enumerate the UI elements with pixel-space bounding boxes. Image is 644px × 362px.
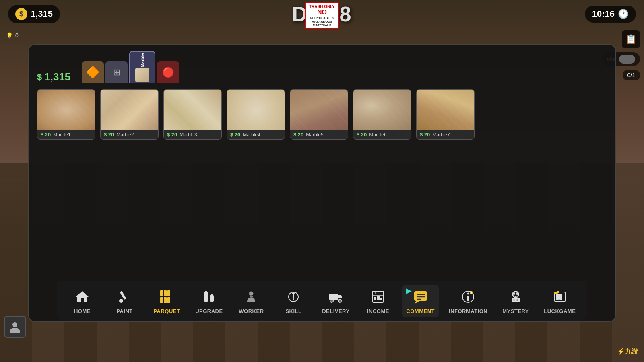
nav-skill-label: SKILL (285, 308, 301, 314)
marble-name-4: Marble4 (243, 132, 260, 138)
bottom-nav: HOME PAINT PAR (57, 281, 587, 321)
svg-point-43 (513, 299, 515, 301)
nav-paint-label: PAINT (116, 308, 133, 314)
nav-comment-label: COMMENT (406, 308, 435, 314)
marble-preview-7 (417, 90, 475, 130)
nav-income[interactable]: $ INCOME (360, 285, 396, 317)
hint-count: 0 (15, 32, 19, 39)
marble-price-5: $ 20 (293, 132, 303, 138)
marble-item-3[interactable]: $ 20 Marble3 (163, 89, 222, 140)
nav-luckgame[interactable]: LUCKGAME (540, 285, 580, 317)
nav-parquet-label: PARQUET (153, 308, 180, 314)
nav-income-label: INCOME (367, 308, 389, 314)
nav-mystery[interactable]: MYSTERY (497, 285, 534, 317)
marble-item-1[interactable]: $ 20 Marble1 (37, 89, 95, 140)
notes-icon[interactable]: 📋 (622, 30, 640, 48)
svg-point-2 (119, 299, 123, 303)
marble-item-2[interactable]: $ 20 Marble2 (100, 89, 159, 140)
svg-rect-26 (380, 298, 382, 300)
tablet-money-value: 1,315 (44, 71, 70, 83)
marble-name-6: Marble6 (369, 132, 386, 138)
trash-sign-no: NO (309, 9, 335, 16)
nav-parquet[interactable]: PARQUET (149, 285, 185, 317)
toggle-switch[interactable] (619, 55, 635, 64)
svg-marker-12 (210, 294, 214, 296)
svg-rect-24 (374, 297, 376, 300)
trash-sign: TRASH ONLY NO RECYCLABLESHAZARDOUSMATERI… (305, 2, 339, 29)
marble-price-row-2: $ 20 Marble2 (101, 130, 158, 139)
marble-price-2: $ 20 (104, 132, 114, 138)
nav-upgrade[interactable]: UPGRADE (191, 285, 227, 317)
nav-delivery-label: DELIVERY (322, 308, 350, 314)
tab-pattern[interactable]: ⊞ (105, 61, 128, 83)
nav-comment[interactable]: ▶ COMMENT (402, 285, 439, 317)
svg-rect-1 (120, 291, 126, 300)
upgrade-icon (200, 288, 218, 306)
nav-information[interactable]: INFORMATION (445, 285, 491, 317)
marble-price-row-5: $ 20 Marble5 (290, 130, 348, 139)
svg-rect-35 (467, 296, 469, 301)
svg-point-20 (330, 299, 333, 302)
time-value: 10:16 (592, 9, 615, 19)
tab-row: 🔶 ⊞ Marble 🔴 (82, 51, 179, 83)
marble-item-5[interactable]: $ 20 Marble5 (290, 89, 348, 140)
marble-preview-6 (353, 90, 411, 130)
marble-price-row-6: $ 20 Marble6 (353, 130, 411, 139)
comment-icon (412, 288, 429, 306)
svg-point-44 (516, 299, 518, 301)
nav-home[interactable]: HOME (64, 285, 100, 317)
svg-rect-5 (167, 290, 170, 296)
brand-logo: ⚡九游 (617, 348, 638, 356)
information-icon (459, 288, 477, 306)
marble-price-3: $ 20 (167, 132, 177, 138)
svg-point-41 (516, 292, 518, 295)
svg-rect-3 (160, 290, 163, 296)
tablet-header: $ 1,315 🔶 ⊞ Marble 🔴 (29, 45, 615, 83)
marble-preview-5 (290, 90, 348, 130)
svg-rect-4 (164, 290, 167, 296)
nav-delivery[interactable]: DELIVERY (318, 285, 354, 317)
marble-price-row-4: $ 20 Marble4 (227, 130, 285, 139)
svg-rect-10 (210, 295, 214, 302)
top-hud: $ 1,315 D 138 TRASH ONLY NO RECYCLABLESH… (0, 0, 644, 28)
marble-price-6: $ 20 (357, 132, 367, 138)
delivery-icon (327, 288, 345, 306)
marble-price-row-7: $ 20 Marble7 (417, 130, 474, 139)
svg-rect-9 (204, 292, 208, 302)
marble-preview-1 (37, 90, 95, 130)
svg-point-16 (292, 292, 295, 294)
nav-luckgame-label: LUCKGAME (544, 308, 576, 314)
clock-icon: 🕐 (618, 9, 629, 19)
marble-name-2: Marble2 (116, 132, 134, 138)
home-icon (73, 288, 91, 306)
tablet: $ 1,315 🔶 ⊞ Marble 🔴 (28, 44, 616, 322)
marble-name-7: Marble7 (432, 132, 450, 138)
tab-red[interactable]: 🔴 (157, 61, 179, 83)
tab-marble[interactable]: Marble (129, 51, 155, 83)
progress-display: 0/1 (623, 70, 640, 80)
svg-marker-29 (414, 301, 420, 304)
nav-paint[interactable]: PAINT (106, 285, 142, 317)
time-display: 10:16 🕐 (585, 6, 636, 23)
marble-tab-preview (135, 68, 149, 82)
marble-price-row-3: $ 20 Marble3 (164, 130, 221, 139)
tab-parquet[interactable]: 🔶 (82, 61, 104, 83)
nav-upgrade-label: UPGRADE (195, 308, 223, 314)
nav-skill[interactable]: SKILL (275, 285, 312, 317)
svg-rect-25 (377, 296, 380, 300)
nav-worker[interactable]: WORKER (233, 285, 269, 317)
player-avatar[interactable] (4, 316, 26, 338)
marble-item-4[interactable]: $ 20 Marble4 (227, 89, 285, 140)
svg-rect-6 (160, 297, 163, 303)
nav-home-label: HOME (74, 308, 91, 314)
svg-rect-47 (559, 294, 562, 300)
marble-price-4: $ 20 (230, 132, 240, 138)
svg-rect-42 (512, 298, 520, 302)
top-hint-area: 💡 0 (6, 32, 19, 39)
cursor-arrow-icon: ▶ (406, 286, 412, 295)
tablet-money: $ 1,315 (37, 71, 70, 83)
income-icon: $ (369, 288, 387, 306)
marble-item-7[interactable]: $ 20 Marble7 (416, 89, 475, 140)
mystery-icon (507, 288, 524, 306)
marble-item-6[interactable]: $ 20 Marble6 (353, 89, 411, 140)
